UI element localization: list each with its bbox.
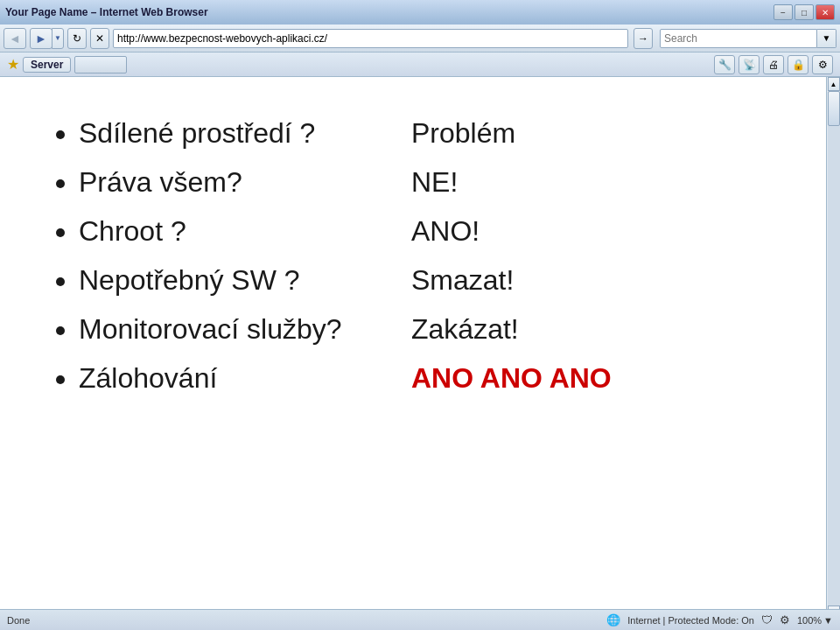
search-go-button[interactable]: ▼ <box>817 29 836 48</box>
scroll-thumb[interactable] <box>828 91 840 126</box>
back-button[interactable]: ◄ <box>4 28 26 49</box>
list-question: Chroot ? <box>79 210 411 252</box>
list-item: Chroot ?ANO! <box>79 210 782 252</box>
list-question: Sdílené prostředí ? <box>79 112 411 154</box>
list-question: Nepotřebný SW ? <box>79 259 411 301</box>
address-input[interactable] <box>117 32 624 45</box>
zoom-level: 100% <box>797 615 822 626</box>
status-center-text: Internet | Protected Mode: On <box>627 615 754 626</box>
settings-status-icon: ⚙ <box>780 613 790 626</box>
zoom-control[interactable]: 100% ▼ <box>797 615 833 626</box>
server-bookmark[interactable]: Server <box>23 57 71 73</box>
status-bar: Done 🌐 Internet | Protected Mode: On 🛡 ⚙… <box>0 609 840 630</box>
scroll-track[interactable] <box>828 91 840 606</box>
go-button[interactable]: → <box>634 28 653 49</box>
list-question: Práva všem? <box>79 161 411 203</box>
stop-button[interactable]: ✕ <box>90 28 109 49</box>
list-item: Práva všem?NE! <box>79 161 782 203</box>
scroll-up-button[interactable]: ▲ <box>828 77 840 91</box>
rss-button[interactable]: 📡 <box>738 55 760 74</box>
print-button[interactable]: 🖨 <box>763 55 784 74</box>
search-bar: ▼ <box>660 29 836 48</box>
favorites-star-icon[interactable]: ★ <box>7 56 19 73</box>
scrollbar[interactable]: ▲ ▼ <box>826 77 840 620</box>
globe-icon: 🌐 <box>606 613 620 626</box>
search-input[interactable] <box>660 29 817 48</box>
list-item: ZálohováníANO ANO ANO <box>79 357 782 399</box>
zoom-dropdown-icon[interactable]: ▼ <box>823 615 833 626</box>
main-list: Sdílené prostředí ?ProblémPráva všem?NE!… <box>44 112 782 399</box>
close-button[interactable]: ✕ <box>816 4 835 20</box>
list-answer: ANO ANO ANO <box>411 357 612 399</box>
list-answer: Smazat! <box>411 259 514 301</box>
title-bar: Your Page Name – Internet Web Browser − … <box>0 0 840 24</box>
tools-button-1[interactable]: 🔧 <box>714 55 735 74</box>
forward-button[interactable]: ► <box>30 28 52 49</box>
nav-dropdown[interactable]: ▼ <box>52 28 64 49</box>
window-title: Your Page Name – Internet Web Browser <box>5 6 208 18</box>
shield-icon: 🛡 <box>761 613 773 626</box>
status-right: 🌐 Internet | Protected Mode: On 🛡 ⚙ 100%… <box>606 613 833 626</box>
list-answer: Problém <box>411 112 515 154</box>
list-item: Sdílené prostředí ?Problém <box>79 112 782 154</box>
restore-button[interactable]: □ <box>794 4 814 20</box>
list-question: Monitorovací služby? <box>79 308 411 350</box>
list-question: Zálohování <box>79 357 411 399</box>
list-answer: ANO! <box>411 210 480 252</box>
navigation-bar: ◄ ► ▼ ↻ ✕ → ▼ <box>0 24 840 52</box>
refresh-button[interactable]: ↻ <box>67 28 87 49</box>
list-item: Nepotřebný SW ?Smazat! <box>79 259 782 301</box>
bookmark-tab[interactable] <box>74 56 127 74</box>
list-answer: Zakázat! <box>411 308 519 350</box>
list-answer: NE! <box>411 161 458 203</box>
settings-button[interactable]: ⚙ <box>812 55 833 74</box>
window-controls: − □ ✕ <box>774 4 835 20</box>
bookmark-bar: ★ Server 🔧 📡 🖨 🔒 ⚙ <box>0 52 840 77</box>
minimize-button[interactable]: − <box>774 4 793 20</box>
status-text-left: Done <box>7 615 606 626</box>
address-bar[interactable] <box>113 29 628 48</box>
list-item: Monitorovací služby?Zakázat! <box>79 308 782 350</box>
content-area: Sdílené prostředí ?ProblémPráva všem?NE!… <box>0 77 826 609</box>
security-button[interactable]: 🔒 <box>788 55 808 74</box>
toolbar-right: 🔧 📡 🖨 🔒 ⚙ <box>714 55 833 74</box>
